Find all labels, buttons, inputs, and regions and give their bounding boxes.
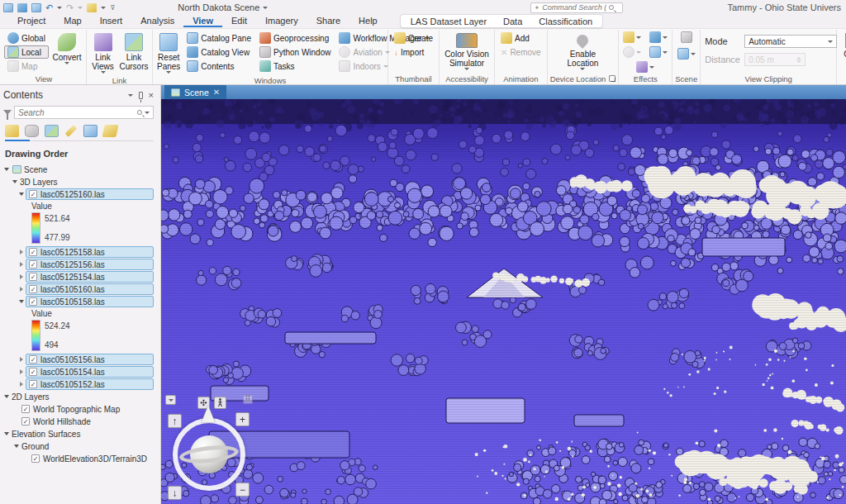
layer-row[interactable]: ✓ WorldElevation3D/Terrain3D — [31, 453, 154, 464]
sun-effects-button[interactable] — [621, 45, 643, 59]
layer-blend-button[interactable] — [648, 45, 669, 59]
expander-icon[interactable] — [18, 369, 25, 374]
tab-classification[interactable]: Classification — [530, 16, 601, 27]
navigator-up-button[interactable]: ↑ — [168, 414, 182, 428]
contents-search-input[interactable] — [18, 108, 135, 117]
tasks-button[interactable]: Tasks — [256, 59, 334, 73]
tree-item-elevation-surfaces[interactable]: Elevation Surfaces — [3, 428, 154, 440]
list-by-data-source-icon[interactable] — [25, 125, 39, 137]
tab-imagery[interactable]: Imagery — [256, 15, 307, 27]
thumbnail-create-button[interactable]: Create — [391, 31, 436, 45]
new-project-icon[interactable] — [3, 3, 13, 12]
layer-checkbox[interactable]: ✓ — [31, 454, 40, 463]
layer-checkbox[interactable]: ✓ — [29, 297, 37, 306]
layer-checkbox[interactable]: ✓ — [29, 190, 37, 198]
scene-cube-button[interactable] — [676, 47, 697, 60]
link-cursors-button[interactable]: Link Cursors — [118, 31, 150, 74]
tab-view[interactable]: View — [183, 15, 222, 27]
expander-icon[interactable] — [18, 193, 25, 196]
expander-icon[interactable] — [13, 445, 20, 448]
tree-item-3d-layers[interactable]: 3D Layers — [12, 176, 154, 188]
layer-row[interactable]: ✓ World Hillshade — [21, 416, 154, 427]
tree-item-scene[interactable]: Scene — [3, 164, 154, 175]
list-by-selection-icon[interactable] — [45, 125, 59, 137]
tab-share[interactable]: Share — [307, 15, 349, 27]
project-title[interactable]: North Dakota Scene — [178, 2, 268, 12]
add-data-caret-icon[interactable] — [101, 7, 106, 9]
layer-row[interactable]: ✓lasc05105158.las — [18, 296, 154, 307]
layer-checkbox[interactable]: ✓ — [21, 405, 30, 413]
layer-checkbox[interactable]: ✓ — [29, 368, 37, 376]
zoom-in-button[interactable]: + — [235, 412, 250, 426]
command-search-input[interactable] — [542, 3, 606, 12]
navigator-extra-button[interactable]: ⠛ — [243, 395, 253, 404]
expander-icon[interactable] — [18, 274, 25, 279]
tab-insert[interactable]: Insert — [91, 15, 132, 27]
local-button[interactable]: Local — [4, 45, 49, 59]
device-location-dialog-launcher-icon[interactable] — [609, 75, 615, 82]
expander-icon[interactable] — [18, 262, 25, 267]
distance-spinner[interactable] — [796, 57, 801, 63]
catalog-pane-button[interactable]: Catalog Pane — [183, 31, 254, 45]
customize-qat-icon[interactable]: ⊽ — [110, 4, 115, 12]
undo-button[interactable]: ↶ — [45, 2, 53, 13]
clipping-mode-select[interactable]: Automatic — [744, 35, 837, 48]
command-search[interactable]: ✦ — [530, 2, 623, 13]
navigator-full-control-button[interactable]: ✣ — [197, 397, 210, 409]
convert-button[interactable]: Convert — [50, 31, 83, 67]
redo-caret-icon[interactable] — [78, 7, 83, 9]
open-project-icon[interactable] — [17, 3, 27, 12]
search-caret-icon[interactable] — [145, 112, 150, 114]
expander-icon[interactable] — [18, 382, 25, 387]
link-views-button[interactable]: Link Views — [89, 31, 116, 76]
list-by-labeling-icon[interactable] — [102, 125, 118, 137]
reset-panes-button[interactable]: Reset Panes — [155, 31, 182, 76]
animation-remove-button[interactable]: ✕Remove — [497, 45, 544, 59]
lidar-point-cloud-view[interactable] — [161, 99, 846, 504]
expander-icon[interactable] — [18, 250, 25, 254]
layer-row[interactable]: ✓lasc05105154.las — [18, 366, 154, 378]
filter-icon[interactable] — [3, 110, 12, 115]
tab-las-dataset-layer[interactable]: LAS Dataset Layer — [402, 16, 495, 27]
tab-help[interactable]: Help — [349, 15, 387, 27]
global-button[interactable]: Global — [4, 31, 49, 45]
tab-data[interactable]: Data — [495, 16, 530, 27]
layer-checkbox[interactable]: ✓ — [29, 285, 37, 293]
layer-checkbox[interactable]: ✓ — [21, 417, 30, 426]
layer-checkbox[interactable]: ✓ — [29, 260, 37, 269]
list-by-drawing-order-icon[interactable] — [5, 125, 19, 137]
layer-row[interactable]: ✓lasc05125160.las — [18, 188, 154, 200]
expander-icon[interactable] — [3, 168, 10, 171]
pin-icon[interactable] — [139, 92, 143, 99]
close-view-icon[interactable]: ✕ — [213, 88, 220, 97]
indoors-button[interactable]: Indoors — [335, 59, 432, 73]
geoprocessing-button[interactable]: Geoprocessing — [256, 31, 334, 45]
layer-row[interactable]: ✓lasc05105156.las — [18, 354, 154, 365]
navigator-down-button[interactable]: ↓ — [168, 486, 182, 500]
symbol-effects-button[interactable] — [634, 60, 656, 74]
expander-icon[interactable] — [18, 287, 25, 292]
expander-icon[interactable] — [3, 395, 10, 398]
map-button[interactable]: Map — [4, 59, 49, 73]
enable-location-button[interactable]: Enable Location — [558, 31, 606, 73]
list-by-editing-icon[interactable] — [65, 125, 78, 137]
scene-view-tab[interactable]: Scene ✕ — [164, 85, 226, 99]
layer-checkbox[interactable]: ✓ — [29, 380, 37, 388]
tab-edit[interactable]: Edit — [222, 15, 256, 27]
layer-row[interactable]: ✓lasc05125156.las — [18, 259, 154, 270]
tab-map[interactable]: Map — [55, 15, 90, 27]
profile-create-button[interactable]: Create — [839, 31, 846, 64]
tree-item-2d-layers[interactable]: 2D Layers — [3, 391, 154, 402]
navigator-collapse-button[interactable] — [165, 395, 176, 405]
navigator-walk-button[interactable] — [214, 397, 226, 409]
layer-row[interactable]: ✓lasc05105152.las — [18, 378, 154, 390]
tree-item-ground[interactable]: Ground — [13, 440, 154, 452]
undo-caret-icon[interactable] — [57, 7, 62, 9]
tab-project[interactable]: Project — [8, 15, 55, 27]
animation-add-button[interactable]: Add — [497, 31, 544, 45]
layer-row[interactable]: ✓lasc05125158.las — [18, 246, 154, 258]
layer-row[interactable]: ✓ World Topographic Map — [21, 403, 154, 415]
expander-icon[interactable] — [18, 300, 25, 303]
layer-row[interactable]: ✓lasc05125154.las — [18, 271, 154, 283]
contents-search[interactable] — [14, 106, 154, 119]
